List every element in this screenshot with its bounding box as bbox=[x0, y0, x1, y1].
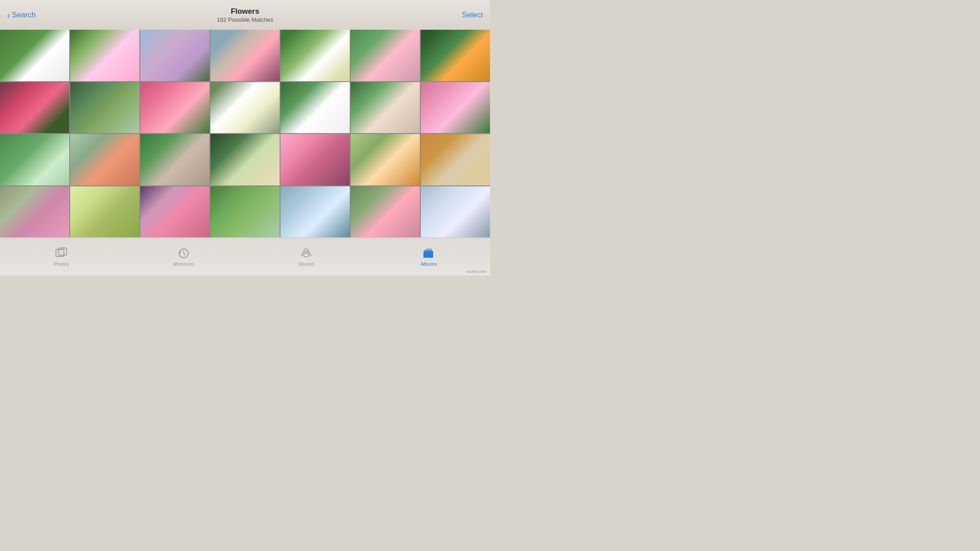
photo-cell[interactable] bbox=[281, 30, 350, 81]
photo-cell[interactable] bbox=[210, 186, 280, 238]
photo-cell[interactable] bbox=[210, 134, 280, 185]
svg-rect-6 bbox=[424, 250, 432, 251]
tab-bar: Photos Memories Shared bbox=[0, 237, 490, 276]
photo-cell[interactable] bbox=[351, 82, 420, 134]
photo-grid bbox=[0, 30, 490, 237]
tab-albums[interactable]: Albums bbox=[368, 247, 490, 267]
photo-cell[interactable] bbox=[70, 134, 139, 185]
tab-photos[interactable]: Photos bbox=[0, 247, 122, 267]
photo-cell[interactable] bbox=[281, 82, 350, 134]
photo-cell[interactable] bbox=[421, 134, 490, 185]
watermark: wsxdn.com bbox=[466, 269, 486, 274]
photo-cell[interactable] bbox=[0, 134, 69, 185]
photo-cell[interactable] bbox=[70, 30, 139, 81]
photo-cell[interactable] bbox=[0, 82, 69, 134]
photos-icon bbox=[55, 247, 67, 260]
back-button[interactable]: ‹ Search bbox=[7, 10, 36, 20]
back-label: Search bbox=[12, 11, 36, 20]
photo-cell[interactable] bbox=[0, 30, 69, 81]
photo-cell[interactable] bbox=[351, 134, 420, 185]
tab-shared[interactable]: Shared bbox=[245, 247, 368, 267]
photo-cell[interactable] bbox=[140, 30, 209, 81]
memories-icon bbox=[178, 247, 190, 260]
tab-photos-label: Photos bbox=[54, 261, 69, 267]
svg-rect-5 bbox=[423, 251, 433, 258]
chevron-left-icon: ‹ bbox=[7, 10, 10, 20]
photo-cell[interactable] bbox=[140, 134, 209, 185]
tab-memories-label: Memories bbox=[173, 261, 194, 267]
tab-memories[interactable]: Memories bbox=[122, 247, 245, 267]
svg-point-4 bbox=[304, 253, 309, 257]
photo-cell[interactable] bbox=[421, 82, 490, 134]
page-title: Flowers bbox=[217, 7, 273, 16]
photo-cell[interactable] bbox=[351, 186, 420, 238]
photo-cell[interactable] bbox=[0, 186, 69, 238]
albums-icon bbox=[423, 247, 435, 260]
photo-cell[interactable] bbox=[351, 30, 420, 81]
tab-shared-label: Shared bbox=[298, 261, 314, 267]
photo-cell[interactable] bbox=[421, 30, 490, 81]
photo-cell[interactable] bbox=[421, 186, 490, 238]
page-subtitle: 162 Possible Matches bbox=[217, 16, 273, 23]
navigation-header: ‹ Search Flowers 162 Possible Matches Se… bbox=[0, 0, 490, 30]
photo-cell[interactable] bbox=[70, 186, 139, 238]
photo-cell[interactable] bbox=[140, 82, 209, 134]
photo-cell[interactable] bbox=[281, 134, 350, 185]
tab-albums-label: Albums bbox=[421, 261, 437, 267]
photo-cell[interactable] bbox=[281, 186, 350, 238]
photo-cell[interactable] bbox=[140, 186, 209, 238]
shared-icon bbox=[300, 247, 312, 260]
select-button[interactable]: Select bbox=[462, 11, 483, 20]
photo-cell[interactable] bbox=[210, 82, 280, 134]
photo-cell[interactable] bbox=[70, 82, 139, 134]
svg-rect-7 bbox=[426, 248, 432, 250]
photo-cell[interactable] bbox=[210, 30, 280, 81]
header-title-block: Flowers 162 Possible Matches bbox=[217, 7, 273, 23]
